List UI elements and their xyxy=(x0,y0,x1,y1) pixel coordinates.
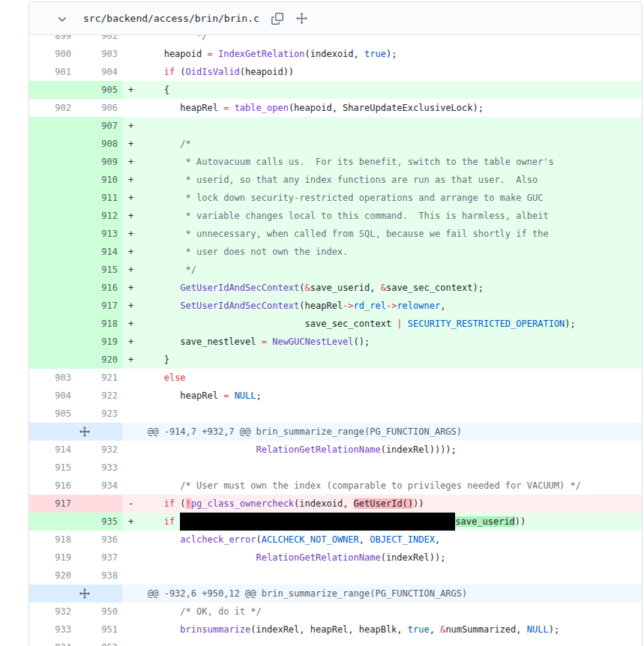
code-line: + GetUserIdAndSecContext(&save_userid, &… xyxy=(122,279,642,297)
old-line-number[interactable] xyxy=(29,135,76,153)
old-line-number[interactable] xyxy=(29,279,76,297)
new-line-number[interactable]: 920 xyxy=(76,351,122,369)
new-line-number[interactable]: 904 xyxy=(76,63,122,81)
old-line-number[interactable]: 902 xyxy=(29,99,76,117)
new-line-number[interactable]: 910 xyxy=(76,171,122,189)
diff-row: 909+ * Autovacuum calls us. For its bene… xyxy=(29,153,642,171)
diff-rows: 899902 */900903 heapoid = IndexGetRelati… xyxy=(29,35,642,646)
old-line-number[interactable]: 914 xyxy=(29,441,76,459)
old-line-number[interactable]: 934 xyxy=(29,639,76,646)
diff-row: 911+ * lock down security-restricted ope… xyxy=(29,189,642,207)
expand-hunk-button[interactable] xyxy=(29,423,122,441)
diff-row: 908+ /* xyxy=(29,135,642,153)
code-line: + * variable changes local to this comma… xyxy=(122,207,642,225)
new-line-number[interactable]: 914 xyxy=(76,243,122,261)
new-line-number[interactable]: 933 xyxy=(76,459,122,477)
old-line-number[interactable]: 901 xyxy=(29,63,76,81)
old-line-number[interactable] xyxy=(29,351,76,369)
new-line-number[interactable]: 952 xyxy=(76,639,122,646)
old-line-number[interactable] xyxy=(29,171,76,189)
file-path[interactable]: src/backend/access/brin/brin.c xyxy=(83,13,259,24)
old-line-number[interactable] xyxy=(29,117,76,135)
new-line-number[interactable]: 903 xyxy=(76,45,122,63)
old-line-number[interactable]: 917 xyxy=(29,495,76,513)
old-line-number[interactable]: 903 xyxy=(29,369,76,387)
old-line-number[interactable] xyxy=(29,81,76,99)
old-line-number[interactable]: 905 xyxy=(29,405,76,423)
diff-row: 920+ } xyxy=(29,351,642,369)
old-line-number[interactable] xyxy=(29,315,76,333)
diff-row: 920938 xyxy=(29,567,642,585)
new-line-number[interactable]: 917 xyxy=(76,297,122,315)
new-line-number[interactable] xyxy=(76,495,122,513)
new-line-number[interactable]: 921 xyxy=(76,369,122,387)
new-line-number[interactable]: 951 xyxy=(76,621,122,639)
diff-row: 914932 RelationGetRelationName(indexRel)… xyxy=(29,441,642,459)
old-line-number[interactable] xyxy=(29,207,76,225)
code-line xyxy=(122,405,642,423)
new-line-number[interactable]: 909 xyxy=(76,153,122,171)
code-line: brinsummarize(indexRel, heapRel, heapBlk… xyxy=(122,621,642,639)
redaction-box xyxy=(180,513,455,531)
expand-hunk-button[interactable] xyxy=(29,585,122,603)
move-icon[interactable] xyxy=(296,13,307,24)
new-line-number[interactable]: 915 xyxy=(76,261,122,279)
new-line-number[interactable]: 935 xyxy=(76,513,122,531)
old-line-number[interactable] xyxy=(29,261,76,279)
old-line-number[interactable] xyxy=(29,153,76,171)
diff-row: 903921 else xyxy=(29,369,642,387)
old-line-number[interactable]: 915 xyxy=(29,459,76,477)
old-line-number[interactable] xyxy=(29,243,76,261)
diff-row: 902906 heapRel = table_open(heapoid, Sha… xyxy=(29,99,642,117)
new-line-number[interactable]: 938 xyxy=(76,567,122,585)
new-line-number[interactable]: 950 xyxy=(76,603,122,621)
diff-row: 899902 */ xyxy=(29,35,642,45)
new-line-number[interactable]: 905 xyxy=(76,81,122,99)
old-line-number[interactable] xyxy=(29,513,76,531)
new-line-number[interactable]: 922 xyxy=(76,387,122,405)
expand-diff-icon xyxy=(79,588,90,599)
new-line-number[interactable]: 902 xyxy=(76,35,122,45)
new-line-number[interactable]: 934 xyxy=(76,477,122,495)
new-line-number[interactable]: 913 xyxy=(76,225,122,243)
code-line: + /* xyxy=(122,135,642,153)
new-line-number[interactable]: 912 xyxy=(76,207,122,225)
new-line-number[interactable]: 908 xyxy=(76,135,122,153)
diff-row: 913+ * unnecessary, when called from SQL… xyxy=(29,225,642,243)
old-line-number[interactable]: 933 xyxy=(29,621,76,639)
new-line-number[interactable]: 936 xyxy=(76,531,122,549)
code-line: if (OidIsValid(heapoid)) xyxy=(122,63,642,81)
old-line-number[interactable]: 900 xyxy=(29,45,76,63)
new-line-number[interactable]: 937 xyxy=(76,549,122,567)
code-line: heapRel = table_open(heapoid, ShareUpdat… xyxy=(122,99,642,117)
copy-icon[interactable] xyxy=(271,13,283,25)
chevron-down-icon[interactable] xyxy=(56,13,68,25)
new-line-number[interactable]: 919 xyxy=(76,333,122,351)
old-line-number[interactable]: 904 xyxy=(29,387,76,405)
hunk-row: @@ -914,7 +932,7 @@ brin_summarize_range… xyxy=(29,423,642,441)
new-line-number[interactable]: 911 xyxy=(76,189,122,207)
code-line: /* User must own the index (comparable t… xyxy=(122,477,642,495)
new-line-number[interactable]: 923 xyxy=(76,405,122,423)
new-line-number[interactable]: 907 xyxy=(76,117,122,135)
new-line-number[interactable]: 932 xyxy=(76,441,122,459)
old-line-number[interactable]: 920 xyxy=(29,567,76,585)
old-line-number[interactable]: 932 xyxy=(29,603,76,621)
old-line-number[interactable] xyxy=(29,297,76,315)
old-line-number[interactable]: 918 xyxy=(29,531,76,549)
old-line-number[interactable]: 916 xyxy=(29,477,76,495)
diff-row: 934952 xyxy=(29,639,642,646)
old-line-number[interactable] xyxy=(29,333,76,351)
old-line-number[interactable] xyxy=(29,225,76,243)
code-line: - if (!pg_class_ownercheck(indexoid, Get… xyxy=(122,495,642,513)
new-line-number[interactable]: 916 xyxy=(76,279,122,297)
old-line-number[interactable] xyxy=(29,189,76,207)
hunk-header-text: @@ -914,7 +932,7 @@ brin_summarize_range… xyxy=(122,423,642,441)
code-line: + * unnecessary, when called from SQL, b… xyxy=(122,225,642,243)
diff-row: 933951 brinsummarize(indexRel, heapRel, … xyxy=(29,621,642,639)
diff-row: 917+ SetUserIdAndSecContext(heapRel->rd_… xyxy=(29,297,642,315)
new-line-number[interactable]: 906 xyxy=(76,99,122,117)
old-line-number[interactable]: 899 xyxy=(29,35,76,45)
old-line-number[interactable]: 919 xyxy=(29,549,76,567)
new-line-number[interactable]: 918 xyxy=(76,315,122,333)
